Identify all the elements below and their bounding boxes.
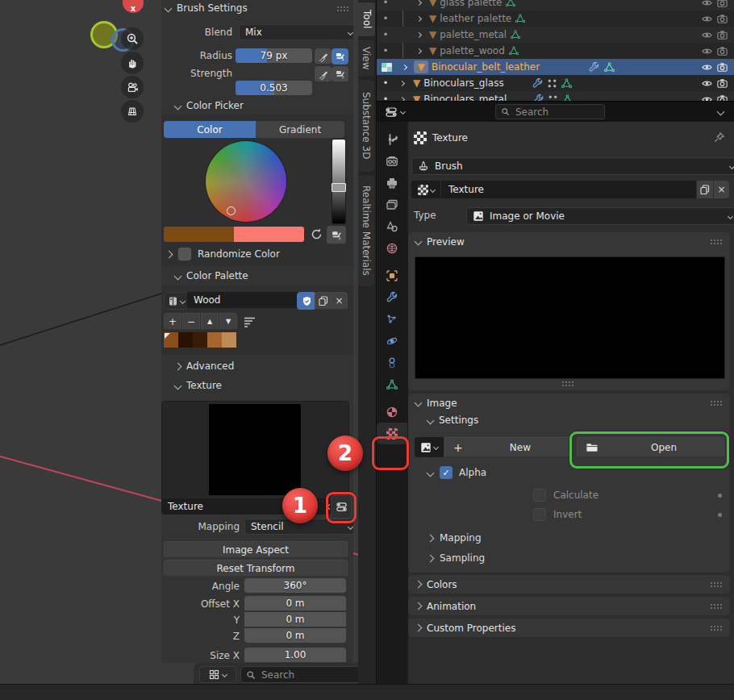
expand-icon[interactable] <box>416 48 422 53</box>
expand-icon[interactable] <box>399 80 405 85</box>
value-slider-handle[interactable] <box>332 183 346 192</box>
outliner-row-selected[interactable]: ▼ Binocular_belt_leather <box>377 59 734 75</box>
header-menu-chevron-icon[interactable] <box>717 108 725 116</box>
editor-type-button[interactable] <box>385 106 405 119</box>
tab-physics-properties[interactable] <box>377 330 407 352</box>
palette-move-up-button[interactable]: ▲ <box>201 313 219 330</box>
eye-icon[interactable] <box>701 61 713 73</box>
camera-visibility-icon[interactable] <box>716 0 728 9</box>
properties-search-input[interactable] <box>514 106 599 119</box>
fake-user-button[interactable] <box>297 292 316 310</box>
animate-dot[interactable] <box>718 494 722 498</box>
camera-visibility-icon[interactable] <box>716 94 728 102</box>
radius-slider[interactable]: 79 px <box>236 48 312 63</box>
expand-icon[interactable] <box>416 15 422 21</box>
pan-button[interactable] <box>121 52 144 74</box>
tab-substance-3d[interactable]: Substance 3D <box>358 79 375 173</box>
camera-visibility-icon[interactable] <box>716 45 728 57</box>
custom-properties-panel[interactable]: Custom Properties <box>408 619 730 637</box>
alpha-row[interactable]: ✓ Alpha <box>427 466 486 479</box>
outliner-row[interactable]: • ▼ leather palette <box>377 10 734 27</box>
properties-search-box[interactable] <box>495 104 605 119</box>
radius-tablet-button[interactable] <box>332 48 348 65</box>
tab-object-properties[interactable] <box>377 265 407 286</box>
randomize-color-row[interactable]: Randomize Color <box>166 248 344 260</box>
tab-output-properties[interactable] <box>377 172 407 194</box>
image-browse-button[interactable] <box>415 437 444 457</box>
outliner-row[interactable]: • ▼ Binoculars_glass <box>377 75 734 91</box>
sampling-subpanel-header[interactable]: Sampling <box>427 552 485 564</box>
camera-visibility-icon[interactable] <box>716 29 728 41</box>
panel-grip[interactable] <box>710 581 723 587</box>
type-dropdown[interactable]: Image or Movie <box>466 207 734 225</box>
tab-data-properties[interactable] <box>377 373 407 395</box>
panel-grip[interactable] <box>710 239 723 244</box>
tab-particle-properties[interactable] <box>377 308 407 330</box>
palette-remove-button[interactable]: − <box>182 313 200 330</box>
tab-render-properties[interactable] <box>377 150 407 172</box>
texture-name-input[interactable]: Texture <box>441 181 696 198</box>
palette-swatch[interactable] <box>178 332 193 348</box>
color-palette-header[interactable]: Color Palette <box>175 270 348 281</box>
color-tablet-button[interactable] <box>327 226 346 244</box>
color-wheel-cursor[interactable] <box>227 206 236 215</box>
display-mode-dropdown[interactable] <box>199 666 236 683</box>
offset-x-field[interactable]: 0 m <box>244 596 346 610</box>
settings-subpanel-header[interactable]: Settings <box>408 412 730 428</box>
texture-preview-widget[interactable] <box>161 401 349 499</box>
tab-constraint-properties[interactable] <box>377 352 407 373</box>
camera-view-button[interactable] <box>121 76 144 98</box>
advanced-header[interactable]: Advanced <box>175 360 348 372</box>
camera-visibility-icon[interactable] <box>716 77 728 90</box>
palette-swatch[interactable] <box>164 332 178 348</box>
tab-realtime-materials[interactable]: Realtime Materials <box>358 174 375 287</box>
panel-grip[interactable] <box>336 6 349 11</box>
palette-add-button[interactable]: + <box>164 313 181 330</box>
secondary-color-swatch[interactable] <box>234 227 304 242</box>
blend-dropdown[interactable]: Mix <box>239 24 353 40</box>
outliner-row[interactable]: • ▼ palette_metal <box>377 27 734 43</box>
camera-visibility-icon[interactable] <box>716 13 728 25</box>
tab-scene-properties[interactable] <box>377 215 407 237</box>
gradient-tab[interactable]: Gradient <box>256 121 344 138</box>
color-tab[interactable]: Color <box>164 121 256 138</box>
preview-panel-header[interactable]: Preview <box>408 232 730 251</box>
tab-material-properties[interactable] <box>377 401 407 423</box>
eye-icon[interactable] <box>701 77 713 90</box>
invert-checkbox[interactable] <box>533 508 546 521</box>
eye-icon[interactable] <box>701 94 713 102</box>
expand-icon[interactable] <box>416 0 422 6</box>
animate-dot[interactable] <box>718 513 722 517</box>
value-slider[interactable] <box>332 140 345 223</box>
tab-view[interactable]: View <box>358 39 375 77</box>
radius-pressure-button[interactable] <box>315 48 332 65</box>
palette-swatch[interactable] <box>207 332 222 348</box>
panel-grip[interactable] <box>710 400 723 406</box>
grid-toggle-button[interactable] <box>121 100 144 123</box>
mapping-subpanel-header[interactable]: Mapping <box>427 532 482 544</box>
eye-icon[interactable] <box>701 45 713 57</box>
angle-field[interactable]: 360° <box>244 578 346 593</box>
asset-search-input[interactable] <box>260 669 373 681</box>
texture-section-header[interactable]: Texture <box>175 380 348 391</box>
expand-icon[interactable] <box>402 64 407 69</box>
sort-icon[interactable] <box>243 316 257 327</box>
palette-move-down-button[interactable]: ▼ <box>219 313 237 330</box>
tab-tool-active[interactable]: Tool <box>358 2 376 37</box>
eye-icon[interactable] <box>701 13 713 25</box>
outliner-row[interactable]: • ▼ palette_wood <box>377 43 734 59</box>
tab-viewlayer-properties[interactable] <box>377 194 407 215</box>
alpha-checkbox[interactable]: ✓ <box>440 466 452 479</box>
camera-visibility-icon[interactable] <box>716 61 728 73</box>
palette-swatch[interactable] <box>222 332 236 348</box>
tab-modifier-properties[interactable] <box>377 286 407 308</box>
expand-icon[interactable] <box>416 31 422 37</box>
swap-colors-button[interactable] <box>310 227 324 242</box>
image-panel-header[interactable]: Image <box>408 394 730 412</box>
color-wheel[interactable] <box>206 141 286 222</box>
outliner-row[interactable]: • ▼ glass palette <box>377 0 734 10</box>
palette-name-field[interactable]: Wood <box>187 292 309 308</box>
strength-pressure-button[interactable] <box>315 66 332 82</box>
strength-slider[interactable]: 0.503 <box>236 81 312 95</box>
eye-icon[interactable] <box>701 29 713 41</box>
